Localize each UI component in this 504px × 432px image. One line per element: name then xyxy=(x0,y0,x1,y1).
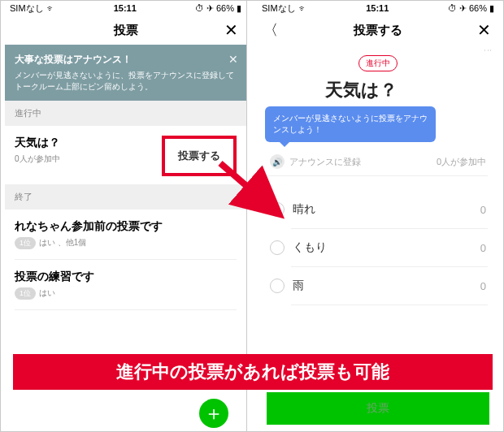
rank-badge: 1位 xyxy=(15,287,36,300)
announce-title: 大事な投票はアナウンス！ xyxy=(15,53,237,67)
register-label: アナウンスに登録 xyxy=(289,156,361,168)
submit-vote-button[interactable]: 投票 xyxy=(267,392,489,425)
tooltip-text: メンバーが見逃さないように投票をアナウンスしよう！ xyxy=(273,114,428,134)
option-count: 0 xyxy=(480,242,486,254)
divider xyxy=(291,305,488,305)
nav-bar: 〈 投票する ✕ xyxy=(257,15,499,45)
divider xyxy=(15,309,237,310)
caption-bar: 進行中の投票があれば投票も可能 xyxy=(13,354,493,390)
poll-title: 投票の練習です xyxy=(15,270,237,284)
poll-result-text: はい xyxy=(39,288,55,297)
rank-badge: 1位 xyxy=(15,237,36,249)
battery-pct: 66% xyxy=(469,3,487,13)
battery-icon: ▮ xyxy=(489,3,494,14)
submit-vote-label: 投票 xyxy=(367,401,389,416)
status-badge: 進行中 xyxy=(358,55,398,71)
section-ongoing: 進行中 xyxy=(5,101,246,126)
poll-row-ended[interactable]: 投票の練習です 1位はい xyxy=(5,260,246,309)
back-icon[interactable]: 〈 xyxy=(263,20,278,40)
option-count: 0 xyxy=(480,204,486,216)
clock: 15:11 xyxy=(114,3,137,13)
announce-banner[interactable]: 大事な投票はアナウンス！ メンバーが見逃さないように、投票をアナウンスに登録して… xyxy=(5,45,246,101)
poll-detail-title: 天気は？ xyxy=(325,78,488,102)
option-name: 雨 xyxy=(293,279,304,293)
announce-tooltip[interactable]: メンバーが見逃さないように投票をアナウンスしよう！ xyxy=(265,106,436,142)
wifi-icon: ᯤ xyxy=(46,3,55,13)
poll-subtext: 1位はい 、他1個 xyxy=(15,237,237,249)
radio-icon[interactable] xyxy=(270,279,285,293)
plus-icon: ＋ xyxy=(204,400,224,426)
radio-icon[interactable] xyxy=(270,240,285,255)
close-icon[interactable]: ✕ xyxy=(224,22,238,38)
wifi-icon: ᯤ xyxy=(298,3,307,13)
poll-title: れなちゃん参加前の投票です xyxy=(15,219,237,234)
status-bar: SIMなし ᯤ 15:11 ⏱ ✈ 66% ▮ xyxy=(257,1,499,15)
alarm-icon: ⏱ xyxy=(448,3,457,13)
options-list: 晴れ 0 くもり 0 雨 0 xyxy=(268,191,488,305)
announce-close-icon[interactable]: ✕ xyxy=(228,53,238,66)
battery-pct: 66% xyxy=(216,3,234,13)
carrier: SIMなし xyxy=(262,2,296,15)
location-icon: ✈ xyxy=(206,3,214,14)
status-bar: SIMなし ᯤ 15:11 ⏱ ✈ 66% ▮ xyxy=(5,1,246,15)
caption-text: 進行中の投票があれば投票も可能 xyxy=(116,360,389,384)
add-poll-fab[interactable]: ＋ xyxy=(199,399,228,428)
poll-row-ongoing[interactable]: 天気は？ 0人が参加中 投票する xyxy=(5,126,246,184)
svg-line-1 xyxy=(220,163,275,210)
clock: 15:11 xyxy=(366,3,389,13)
page-title: 投票する xyxy=(354,23,402,38)
poll-subtext: 1位はい xyxy=(15,287,237,300)
poll-detail: 進行中 天気は？ メンバーが見逃さないように投票をアナウンスしよう！ 🔊 アナウ… xyxy=(257,45,499,305)
nav-bar: 投票 ✕ xyxy=(5,15,246,45)
option-count: 0 xyxy=(480,280,486,292)
page-title: 投票 xyxy=(114,23,138,38)
section-ended: 終了 xyxy=(5,184,246,210)
carrier: SIMなし xyxy=(10,2,44,15)
location-icon: ✈ xyxy=(459,3,467,14)
poll-option[interactable]: くもり 0 xyxy=(268,229,488,266)
poll-result-text: はい 、他1個 xyxy=(39,238,86,247)
option-name: 晴れ xyxy=(293,202,315,217)
register-row[interactable]: 🔊 アナウンスに登録 0人が参加中 xyxy=(268,151,488,176)
alarm-icon: ⏱ xyxy=(195,3,204,13)
participant-count: 0人が参加中 xyxy=(437,156,486,168)
close-icon[interactable]: ✕ xyxy=(477,22,491,38)
arrow-overlay xyxy=(216,155,289,228)
poll-row-ended[interactable]: れなちゃん参加前の投票です 1位はい 、他1個 xyxy=(5,210,246,259)
announce-body: メンバーが見逃さないように、投票をアナウンスに登録してトークルーム上部にピン留め… xyxy=(15,70,237,93)
poll-option[interactable]: 晴れ 0 xyxy=(268,191,488,228)
vote-button-label: 投票する xyxy=(178,149,220,162)
poll-option[interactable]: 雨 0 xyxy=(268,267,488,305)
option-name: くもり xyxy=(293,240,327,255)
battery-icon: ▮ xyxy=(237,3,241,14)
